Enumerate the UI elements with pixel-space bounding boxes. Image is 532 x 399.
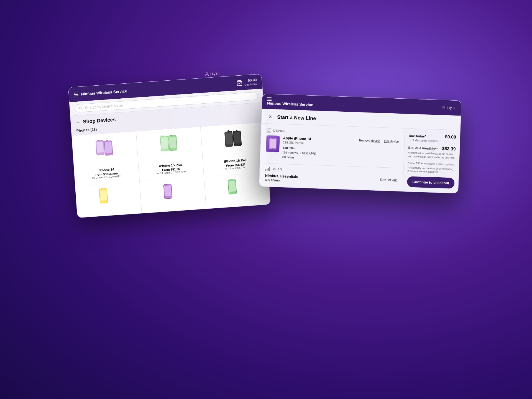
shop-devices-window: Nimbus Wireless Service $0.00 Due today [68,74,271,218]
svg-rect-23 [100,190,107,201]
est-monthly-section: Est. due monthly** $63.39 Amount will be… [408,145,456,160]
svg-rect-12 [162,135,164,136]
svg-rect-27 [165,184,167,185]
app-title-front: Nimbus Wireless Service [267,101,313,107]
new-line-window: Nimbus Wireless Service Lily C. ✕ Start … [259,94,461,194]
edit-device-link[interactable]: Edit device [384,139,399,143]
change-plan-link[interactable]: Change plan [380,177,398,181]
svg-rect-36 [272,138,274,139]
phone-card-iphone15plus[interactable]: iPhone 15 Plus From $51.96 for 24 months… [136,127,204,181]
modal-body: Device Apple iPhone 14 [259,124,460,193]
device-icon [267,129,270,132]
due-today-value: $0.00 [445,134,456,140]
user-name-front: Lily C. [447,106,456,110]
hamburger-menu[interactable] [74,93,78,96]
svg-rect-6 [97,140,99,141]
device-thumbnail [266,135,280,152]
phone-card-iphone14[interactable]: iPhone 14 From $38.39/mo. for 24 months,… [72,131,139,186]
cursor-hand-0: ☞ [113,174,118,180]
device-price-terms: (24 months, 7.99% APR) [283,151,316,155]
app-title-back: Nimbus Wireless Service [81,89,127,96]
svg-point-0 [206,73,208,74]
device-pricing: $38.39/mo. (24 months, 7.99% APR) $0 dow… [282,145,355,162]
est-monthly-note: Amount will be paid directly to the carr… [408,151,456,160]
est-monthly-label: Est. due monthly** [408,146,438,151]
plan-row: Nimbus, Essentials $25.00/mo. Change pla… [265,173,398,186]
plan-info: Nimbus, Essentials $25.00/mo. [265,173,380,185]
cart-icon [236,80,243,86]
svg-line-3 [81,109,82,109]
svg-rect-5 [96,142,104,153]
phone-name-0: iPhone 14 [98,167,114,172]
continue-to-checkout-button[interactable]: Continue to checkout [407,176,455,189]
device-row: Apple iPhone 14 128 GB, Purple $38.39/mo… [266,135,399,163]
footnote2: **Availability and amount of EIP financi… [407,166,455,175]
est-monthly-value: $63.39 [442,146,456,152]
phone-image-iphone15plus [157,133,181,162]
svg-rect-11 [161,137,168,149]
due-today-label: Due today* [409,134,426,138]
device-price-monthly: $38.39/mo. [283,146,298,150]
cart-due: Due today [244,82,257,86]
svg-rect-8 [105,142,112,153]
phone-card-row2-0[interactable] [75,181,142,218]
phone-image-iphone16pro [222,128,246,157]
svg-rect-20 [234,132,241,144]
footnote1: *Some EIP terms require a down payment. [408,161,455,167]
svg-rect-24 [101,188,103,189]
phone-image-iphone14 [93,137,117,167]
svg-rect-17 [225,133,233,144]
phone-image-row2-0 [97,187,120,211]
device-actions: Remove device Edit device [359,139,399,143]
svg-rect-9 [106,140,108,141]
svg-line-1 [237,81,242,81]
user-chip-back: Lily C. [205,72,219,76]
svg-rect-26 [164,185,172,196]
svg-rect-15 [170,135,172,136]
device-price-down: $0 down [282,155,294,159]
user-name-back: Lily C. [210,72,219,76]
svg-rect-35 [270,139,276,148]
device-info: Apple iPhone 14 128 GB, Purple $38.39/mo… [282,136,356,162]
phone-image-row2-2 [225,178,249,202]
phone-card-iphone16pro[interactable]: iPhone 16 Pro From $65.52/ for 24 months… [201,122,268,177]
modal-main-content: Device Apple iPhone 14 [259,124,405,191]
user-icon-back [205,72,209,76]
plan-label: Plan [273,167,282,171]
close-button[interactable]: ✕ [267,113,274,120]
phone-image-row2-1 [161,183,185,206]
search-placeholder: Search by device name [85,103,123,110]
modal-title: Start a New Line [277,114,316,121]
svg-point-2 [79,107,82,109]
device-section-icon [267,128,271,133]
cart-amount: $0.00 [244,78,257,83]
device-label: Device [273,129,285,133]
due-today-section: Due today* $0.00 Excludes taxes and fees [408,133,456,143]
cart-area[interactable]: $0.00 Due today [236,78,257,87]
search-icon [79,106,83,110]
svg-rect-14 [169,137,177,148]
svg-point-31 [443,106,444,108]
user-icon-front [441,106,445,109]
svg-rect-29 [229,181,236,192]
checkout-sidebar: Due today* $0.00 Excludes taxes and fees… [403,129,460,193]
svg-rect-30 [230,179,231,180]
back-button[interactable]: ← [76,120,80,125]
user-chip-front: Lily C. [441,106,456,110]
phone-card-row2-1[interactable] [140,177,206,213]
plan-icon [265,167,270,171]
remove-device-link[interactable]: Remove device [359,139,380,143]
shop-title: Shop Devices [83,117,116,125]
